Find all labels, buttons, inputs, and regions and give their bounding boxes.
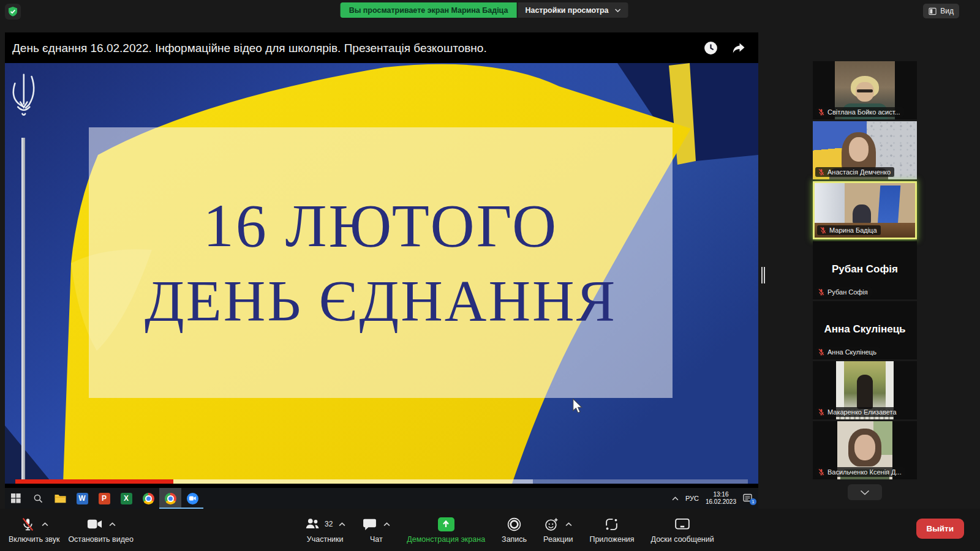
participants-button[interactable]: 32 Участники — [304, 516, 345, 544]
participant-name: Марина Бадіца — [829, 227, 877, 234]
stop-video-label: Остановить видео — [68, 535, 134, 544]
zoom-app-icon — [181, 488, 203, 509]
mouse-cursor — [572, 399, 583, 414]
participants-icon — [304, 517, 320, 531]
notification-center-icon: 1 — [743, 493, 753, 503]
trident-emblem — [6, 67, 40, 140]
flagpole — [21, 138, 25, 484]
chevron-up-icon[interactable] — [565, 522, 572, 527]
security-shield-button[interactable] — [5, 4, 21, 20]
participant-name: Рубан Софія — [827, 288, 868, 296]
share-screen-button[interactable]: Демонстрация экрана — [407, 516, 485, 544]
participant-tile-ruban-sofiia[interactable]: Рубан Софія Рубан Софія — [813, 241, 917, 299]
panel-resize-handle[interactable] — [761, 267, 765, 283]
chrome-icon — [137, 488, 159, 509]
mic-muted-icon — [820, 227, 827, 234]
mic-off-icon — [20, 517, 36, 532]
record-button[interactable]: Запись — [502, 516, 527, 544]
share-screen-label: Демонстрация экрана — [407, 535, 485, 544]
participant-tile-svitlana-boiko[interactable]: Світлана Бойко асист... — [813, 61, 917, 119]
participant-nameplate: Васильченко Ксенія Д... — [815, 467, 905, 477]
mic-muted-icon — [818, 168, 825, 176]
video-progress-buffered — [173, 479, 533, 484]
whiteboards-label: Доски сообщений — [651, 535, 714, 544]
apps-button[interactable]: Приложения — [589, 516, 634, 544]
screen-share-banner: Вы просматриваете экран Марина Бадіца — [341, 2, 517, 18]
tray-language: РУС — [685, 495, 699, 502]
participant-display-name: Анна Скулінець — [813, 323, 917, 335]
windows-logo-icon — [11, 493, 21, 503]
windows-taskbar: W P X РУС 13:16 16.02.2023 — [5, 488, 758, 509]
notification-badge: 1 — [750, 498, 756, 505]
participant-nameplate: Рубан Софія — [815, 287, 872, 297]
chevron-down-icon — [615, 9, 621, 12]
chevron-up-icon[interactable] — [339, 522, 345, 527]
file-explorer-icon — [49, 488, 71, 509]
participant-name: Анастасія Демченко — [827, 168, 891, 176]
participant-name: Світлана Бойко асист... — [827, 108, 900, 116]
participant-tile-anastasiia-demchenko[interactable]: Анастасія Демченко — [813, 121, 917, 179]
mic-muted-icon — [818, 468, 825, 476]
record-label: Запись — [502, 535, 527, 544]
mic-muted-icon — [818, 348, 825, 356]
record-icon — [507, 517, 522, 532]
stop-video-button[interactable]: Остановить видео — [68, 516, 134, 544]
tray-time-value: 13:16 — [706, 491, 736, 498]
slide-line-2: ДЕНЬ ЄДНАННЯ — [145, 272, 617, 331]
participant-tile-anna-skulinets[interactable]: Анна Скулінець Анна Скулінець — [813, 301, 917, 359]
tray-clock: 13:16 16.02.2023 — [706, 491, 736, 506]
participant-name: Макаренко Елизавета — [827, 408, 897, 416]
tray-expand-icon — [672, 497, 679, 501]
reactions-label: Реакции — [543, 535, 573, 544]
unmute-label: Включить звук — [9, 535, 59, 544]
reactions-button[interactable]: Реакции — [543, 516, 573, 544]
participant-tile-vasylchenko-kseniia[interactable]: Васильченко Ксенія Д... — [813, 421, 917, 479]
chat-button[interactable]: Чат — [362, 516, 390, 544]
share-screen-icon — [438, 517, 454, 531]
video-progress-played — [15, 479, 173, 484]
whiteboards-button[interactable]: Доски сообщений — [651, 516, 714, 544]
video-overlay-icons — [703, 40, 747, 56]
chrome-active-icon — [159, 488, 181, 509]
folder-icon — [55, 493, 66, 503]
participant-name: Васильченко Ксенія Д... — [827, 468, 902, 476]
meeting-top-bar: Вы просматриваете экран Марина Бадіца На… — [0, 0, 980, 21]
chevron-up-icon[interactable] — [383, 522, 390, 527]
shield-check-icon — [7, 6, 18, 17]
taskbar-search — [27, 488, 49, 509]
powerpoint-icon: P — [93, 488, 115, 509]
view-settings-label: Настройки просмотра — [525, 6, 608, 15]
slide-text-box: 16 ЛЮТОГО ДЕНЬ ЄДНАННЯ — [89, 127, 673, 398]
participant-display-name: Рубан Софія — [813, 263, 917, 276]
grid-view-icon — [929, 7, 937, 15]
participants-label: Участники — [307, 535, 344, 544]
start-button — [5, 488, 27, 509]
chat-label: Чат — [370, 535, 383, 544]
camera-icon — [86, 517, 103, 531]
view-settings-button[interactable]: Настройки просмотра — [518, 2, 628, 18]
unmute-button[interactable]: Включить звук — [9, 516, 59, 544]
participant-nameplate: Анастасія Демченко — [815, 167, 894, 177]
apps-label: Приложения — [589, 535, 634, 544]
participant-nameplate: Анна Скулінець — [815, 347, 880, 357]
zoom-toolbar: Включить звук Остановить видео — [0, 509, 980, 551]
whiteboard-icon — [674, 517, 690, 531]
participant-nameplate: Марина Бадіца — [817, 225, 881, 235]
chevron-up-icon[interactable] — [42, 522, 48, 527]
leave-button[interactable]: Выйти — [916, 519, 965, 539]
zoom-meeting-window: { "top_bar": { "share_banner": "Вы просм… — [0, 0, 980, 551]
participant-tile-makarenko-elizaveta[interactable]: Макаренко Елизавета — [813, 361, 917, 419]
camera-glyph-icon — [189, 496, 196, 501]
participant-tile-maryna-baditsa[interactable]: Марина Бадіца — [813, 181, 917, 239]
scroll-participants-down-button[interactable] — [848, 484, 882, 500]
apps-icon — [604, 517, 619, 532]
share-arrow-icon — [731, 41, 747, 56]
participants-panel: Світлана Бойко асист... Анастасія Демчен… — [813, 61, 917, 500]
mic-muted-icon — [818, 108, 825, 116]
chevron-up-icon[interactable] — [109, 522, 116, 527]
view-button[interactable]: Вид — [923, 4, 959, 18]
toolbar-center-group: 32 Участники Чат — [304, 509, 714, 551]
view-button-label: Вид — [940, 7, 954, 15]
toolbar-left-group: Включить звук Остановить видео — [9, 509, 134, 551]
participant-nameplate: Світлана Бойко асист... — [815, 107, 904, 117]
